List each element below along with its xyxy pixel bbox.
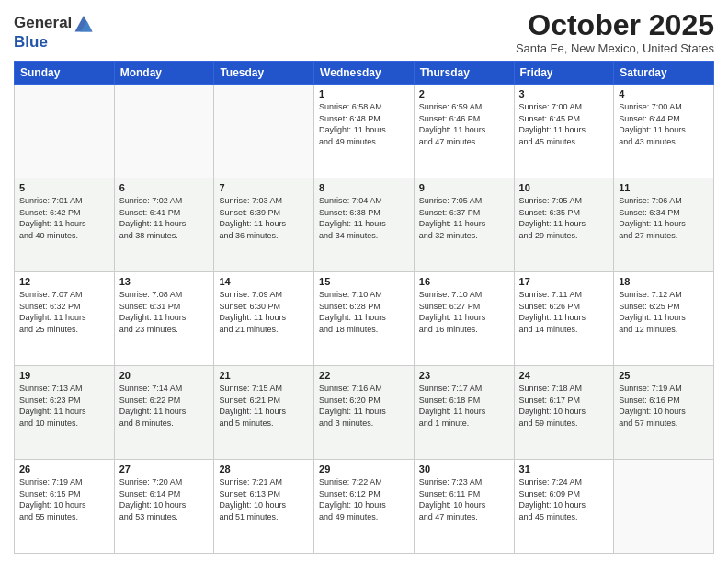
day-info: Sunrise: 7:21 AM Sunset: 6:13 PM Dayligh… [219, 477, 309, 523]
day-number: 6 [119, 182, 210, 193]
weekday-header-friday: Friday [514, 62, 614, 85]
day-number: 17 [519, 276, 609, 287]
calendar-cell-4-1: 19Sunrise: 7:13 AM Sunset: 6:23 PM Dayli… [15, 366, 115, 460]
calendar-table: SundayMondayTuesdayWednesdayThursdayFrid… [14, 61, 714, 554]
calendar-cell-4-3: 21Sunrise: 7:15 AM Sunset: 6:21 PM Dayli… [214, 366, 314, 460]
calendar-cell-4-7: 25Sunrise: 7:19 AM Sunset: 6:16 PM Dayli… [614, 366, 714, 460]
day-info: Sunrise: 7:07 AM Sunset: 6:32 PM Dayligh… [19, 289, 109, 335]
calendar-cell-5-5: 30Sunrise: 7:23 AM Sunset: 6:11 PM Dayli… [414, 460, 514, 554]
weekday-header-monday: Monday [114, 62, 214, 85]
weekday-header-tuesday: Tuesday [214, 62, 314, 85]
calendar-week-row-3: 12Sunrise: 7:07 AM Sunset: 6:32 PM Dayli… [15, 272, 714, 366]
day-info: Sunrise: 7:03 AM Sunset: 6:39 PM Dayligh… [219, 195, 309, 241]
day-info: Sunrise: 7:24 AM Sunset: 6:09 PM Dayligh… [519, 477, 609, 523]
day-number: 27 [119, 464, 210, 475]
weekday-header-wednesday: Wednesday [314, 62, 415, 85]
day-number: 8 [319, 182, 409, 193]
calendar-week-row-2: 5Sunrise: 7:01 AM Sunset: 6:42 PM Daylig… [15, 178, 714, 272]
day-number: 3 [519, 88, 609, 99]
weekday-header-thursday: Thursday [414, 62, 514, 85]
day-number: 20 [119, 370, 210, 381]
day-info: Sunrise: 7:10 AM Sunset: 6:28 PM Dayligh… [319, 289, 409, 335]
calendar-cell-2-5: 9Sunrise: 7:05 AM Sunset: 6:37 PM Daylig… [414, 178, 514, 272]
day-number: 7 [219, 182, 309, 193]
title-block: October 2025 Santa Fe, New Mexico, Unite… [516, 9, 714, 55]
day-number: 23 [419, 370, 509, 381]
calendar-cell-1-6: 3Sunrise: 7:00 AM Sunset: 6:45 PM Daylig… [514, 85, 614, 178]
day-number: 4 [619, 88, 709, 99]
day-number: 21 [219, 370, 309, 381]
calendar-cell-3-1: 12Sunrise: 7:07 AM Sunset: 6:32 PM Dayli… [15, 272, 115, 366]
day-number: 1 [319, 88, 409, 99]
day-info: Sunrise: 7:05 AM Sunset: 6:37 PM Dayligh… [419, 195, 509, 241]
day-info: Sunrise: 7:20 AM Sunset: 6:14 PM Dayligh… [119, 477, 210, 523]
calendar-week-row-5: 26Sunrise: 7:19 AM Sunset: 6:15 PM Dayli… [15, 460, 714, 554]
weekday-header-row: SundayMondayTuesdayWednesdayThursdayFrid… [15, 62, 714, 85]
logo-blue-text: Blue [14, 33, 48, 51]
weekday-header-saturday: Saturday [614, 62, 714, 85]
calendar-cell-3-4: 15Sunrise: 7:10 AM Sunset: 6:28 PM Dayli… [314, 272, 415, 366]
calendar-cell-1-5: 2Sunrise: 6:59 AM Sunset: 6:46 PM Daylig… [414, 85, 514, 178]
day-number: 16 [419, 276, 509, 287]
day-number: 28 [219, 464, 309, 475]
day-info: Sunrise: 7:10 AM Sunset: 6:27 PM Dayligh… [419, 289, 509, 335]
day-number: 26 [19, 464, 109, 475]
day-number: 22 [319, 370, 409, 381]
day-info: Sunrise: 7:09 AM Sunset: 6:30 PM Dayligh… [219, 289, 309, 335]
day-info: Sunrise: 7:08 AM Sunset: 6:31 PM Dayligh… [119, 289, 210, 335]
calendar-cell-2-3: 7Sunrise: 7:03 AM Sunset: 6:39 PM Daylig… [214, 178, 314, 272]
day-info: Sunrise: 7:11 AM Sunset: 6:26 PM Dayligh… [519, 289, 609, 335]
calendar-cell-2-6: 10Sunrise: 7:05 AM Sunset: 6:35 PM Dayli… [514, 178, 614, 272]
logo-icon [74, 13, 94, 33]
day-info: Sunrise: 7:00 AM Sunset: 6:45 PM Dayligh… [519, 101, 609, 147]
day-info: Sunrise: 7:23 AM Sunset: 6:11 PM Dayligh… [419, 477, 509, 523]
weekday-header-sunday: Sunday [15, 62, 115, 85]
calendar-cell-2-7: 11Sunrise: 7:06 AM Sunset: 6:34 PM Dayli… [614, 178, 714, 272]
calendar-cell-5-2: 27Sunrise: 7:20 AM Sunset: 6:14 PM Dayli… [114, 460, 214, 554]
day-number: 2 [419, 88, 509, 99]
calendar-cell-2-2: 6Sunrise: 7:02 AM Sunset: 6:41 PM Daylig… [114, 178, 214, 272]
calendar-cell-2-1: 5Sunrise: 7:01 AM Sunset: 6:42 PM Daylig… [15, 178, 115, 272]
calendar-cell-3-3: 14Sunrise: 7:09 AM Sunset: 6:30 PM Dayli… [214, 272, 314, 366]
day-info: Sunrise: 7:06 AM Sunset: 6:34 PM Dayligh… [619, 195, 709, 241]
day-info: Sunrise: 7:19 AM Sunset: 6:16 PM Dayligh… [619, 383, 709, 429]
calendar-cell-2-4: 8Sunrise: 7:04 AM Sunset: 6:38 PM Daylig… [314, 178, 415, 272]
day-number: 18 [619, 276, 709, 287]
day-info: Sunrise: 7:04 AM Sunset: 6:38 PM Dayligh… [319, 195, 409, 241]
day-number: 5 [19, 182, 109, 193]
calendar-cell-3-7: 18Sunrise: 7:12 AM Sunset: 6:25 PM Dayli… [614, 272, 714, 366]
calendar-cell-3-5: 16Sunrise: 7:10 AM Sunset: 6:27 PM Dayli… [414, 272, 514, 366]
day-info: Sunrise: 7:15 AM Sunset: 6:21 PM Dayligh… [219, 383, 309, 429]
logo-general-text: General [14, 14, 72, 32]
day-number: 19 [19, 370, 109, 381]
calendar-cell-4-2: 20Sunrise: 7:14 AM Sunset: 6:22 PM Dayli… [114, 366, 214, 460]
day-number: 11 [619, 182, 709, 193]
day-number: 30 [419, 464, 509, 475]
month-title: October 2025 [516, 9, 714, 41]
day-info: Sunrise: 7:01 AM Sunset: 6:42 PM Dayligh… [19, 195, 109, 241]
day-number: 25 [619, 370, 709, 381]
page: General Blue October 2025 Santa Fe, New … [0, 0, 728, 563]
day-number: 12 [19, 276, 109, 287]
header: General Blue October 2025 Santa Fe, New … [14, 9, 714, 55]
calendar-cell-5-3: 28Sunrise: 7:21 AM Sunset: 6:13 PM Dayli… [214, 460, 314, 554]
calendar-cell-1-3 [214, 85, 314, 178]
calendar-cell-5-6: 31Sunrise: 7:24 AM Sunset: 6:09 PM Dayli… [514, 460, 614, 554]
day-info: Sunrise: 7:19 AM Sunset: 6:15 PM Dayligh… [19, 477, 109, 523]
calendar-cell-1-4: 1Sunrise: 6:58 AM Sunset: 6:48 PM Daylig… [314, 85, 415, 178]
day-number: 31 [519, 464, 609, 475]
day-info: Sunrise: 7:05 AM Sunset: 6:35 PM Dayligh… [519, 195, 609, 241]
day-number: 24 [519, 370, 609, 381]
day-info: Sunrise: 6:58 AM Sunset: 6:48 PM Dayligh… [319, 101, 409, 147]
location: Santa Fe, New Mexico, United States [516, 41, 714, 55]
day-info: Sunrise: 7:22 AM Sunset: 6:12 PM Dayligh… [319, 477, 409, 523]
calendar-week-row-1: 1Sunrise: 6:58 AM Sunset: 6:48 PM Daylig… [15, 85, 714, 178]
logo: General Blue [14, 13, 94, 52]
day-number: 13 [119, 276, 210, 287]
calendar-cell-4-4: 22Sunrise: 7:16 AM Sunset: 6:20 PM Dayli… [314, 366, 415, 460]
day-number: 10 [519, 182, 609, 193]
day-info: Sunrise: 7:13 AM Sunset: 6:23 PM Dayligh… [19, 383, 109, 429]
calendar-cell-1-7: 4Sunrise: 7:00 AM Sunset: 6:44 PM Daylig… [614, 85, 714, 178]
calendar-cell-5-7 [614, 460, 714, 554]
day-info: Sunrise: 7:12 AM Sunset: 6:25 PM Dayligh… [619, 289, 709, 335]
